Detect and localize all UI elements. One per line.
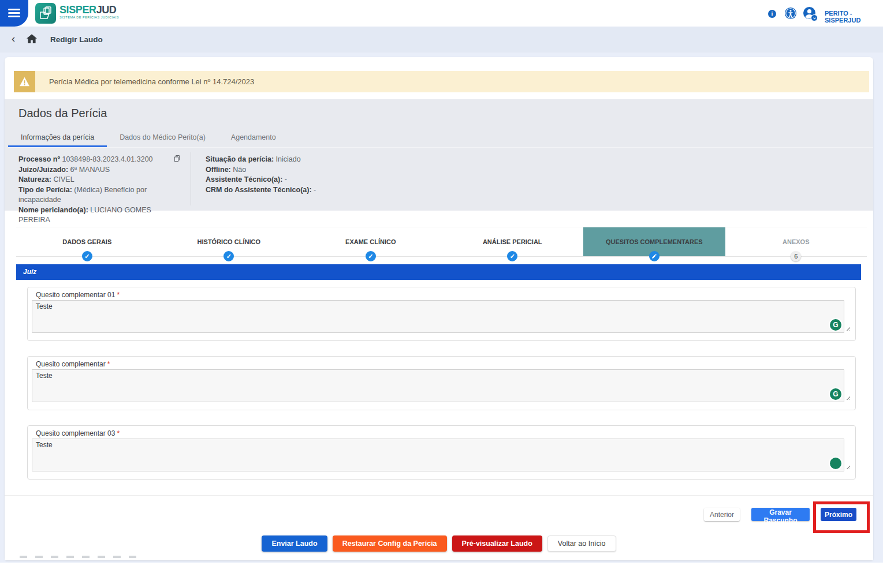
quesito-box-3: Quesito complementar 03* Teste xyxy=(27,425,856,480)
hamburger-bar xyxy=(8,16,20,17)
hamburger-menu-button[interactable] xyxy=(0,0,28,27)
restaurar-config-button[interactable]: Restaurar Config da Perícia xyxy=(333,535,447,552)
previsualizar-laudo-button[interactable]: Pré-visualizar Laudo xyxy=(452,535,542,552)
step-exame-clinico[interactable]: EXAME CLÍNICO ✓ xyxy=(300,227,442,256)
hamburger-bar xyxy=(8,9,20,10)
logo-text-secondary: JUD xyxy=(96,4,117,16)
pericia-info-right-column: Situação da perícia: Iniciado Offline: N… xyxy=(206,155,437,195)
tab-agendamento[interactable]: Agendamento xyxy=(218,129,289,147)
laudo-step-tabs: DADOS GERAIS ✓ HISTÓRICO CLÍNICO ✓ EXAME… xyxy=(16,227,867,257)
home-button[interactable] xyxy=(27,34,37,46)
hamburger-bar xyxy=(8,12,20,14)
step-complete-check-icon: ✓ xyxy=(507,251,517,261)
step-editing-pencil-icon xyxy=(649,251,660,261)
info-field-situacao: Situação da perícia: Iniciado xyxy=(206,155,437,165)
section-title: Dados da Perícia xyxy=(18,107,107,120)
quesito-textarea-2[interactable]: Teste xyxy=(32,369,844,402)
grammarly-icon[interactable]: G xyxy=(830,319,841,331)
quesito-textarea-1[interactable]: Teste xyxy=(32,300,844,333)
app-header: SISPERJUD SISTEMA DE PERÍCIAS JUDICIAIS … xyxy=(0,0,883,27)
pericia-tabs: Informações da perícia Dados do Médico P… xyxy=(8,129,873,148)
step-complete-check-icon: ✓ xyxy=(82,251,92,261)
page-title: Redigir Laudo xyxy=(50,35,103,44)
textarea-resize-handle[interactable] xyxy=(845,464,850,469)
textarea-resize-handle[interactable] xyxy=(845,325,850,331)
gravar-rascunho-button[interactable]: Gravar Rascunho xyxy=(751,508,810,521)
grammarly-icon-loading[interactable] xyxy=(830,458,841,469)
juiz-group-header: Juíz xyxy=(16,264,861,280)
info-field-natureza: Natureza: CIVEL xyxy=(18,175,183,185)
step-analise-pericial[interactable]: ANÁLISE PERICIAL ✓ xyxy=(442,227,584,256)
quesito-label: Quesito complementar 03* xyxy=(36,429,120,437)
warning-message: Perícia Médica por telemedicina conforme… xyxy=(35,77,254,86)
quesito-label: Quesito complementar 01* xyxy=(36,291,120,299)
grammarly-icon[interactable]: G xyxy=(830,388,841,400)
textarea-resize-handle[interactable] xyxy=(845,395,850,400)
info-field-assistente: Assistente Técnico(a): - xyxy=(206,175,437,185)
quesito-box-2: Quesito complementar* Teste G xyxy=(27,356,856,410)
info-field-processo: Processo nº 1038498-83.2023.4.01.3200 xyxy=(18,155,183,165)
voltar-inicio-button[interactable]: Voltar ao Início xyxy=(547,535,616,552)
info-field-tipo-pericia: Tipo de Perícia: (Médica) Benefício por … xyxy=(18,185,183,205)
quesito-box-1: Quesito complementar 01* Teste G xyxy=(27,287,856,341)
info-field-crm-assistente: CRM do Assistente Técnico(a): - xyxy=(206,185,437,196)
tab-informacoes-pericia[interactable]: Informações da perícia xyxy=(8,129,107,147)
warning-triangle-icon xyxy=(19,77,30,87)
anterior-button[interactable]: Anterior xyxy=(704,508,740,521)
step-historico-clinico[interactable]: HISTÓRICO CLÍNICO ✓ xyxy=(158,227,300,256)
info-field-nome-periciando: Nome periciando(a): LUCIANO GOMES PEREIR… xyxy=(18,205,183,226)
column-divider xyxy=(191,152,191,205)
app-logo: SISPERJUD SISTEMA DE PERÍCIAS JUDICIAIS xyxy=(59,5,119,20)
quesito-textarea-3[interactable]: Teste xyxy=(32,439,844,471)
step-count-badge: 6 xyxy=(791,251,801,261)
user-role-label: PERITO - SISPERJUD xyxy=(825,10,883,24)
copy-icon xyxy=(173,154,181,163)
info-icon[interactable]: i xyxy=(768,10,776,18)
enviar-laudo-button[interactable]: Enviar Laudo xyxy=(262,535,327,552)
quesito-label: Quesito complementar* xyxy=(36,360,110,368)
step-complete-check-icon: ✓ xyxy=(223,251,234,261)
required-asterisk: * xyxy=(107,360,110,368)
step-quesitos-complementares[interactable]: QUESITOS COMPLEMENTARES xyxy=(583,227,725,256)
wizard-footer-nav: Anterior Gravar Rascunho Próximo xyxy=(5,495,873,532)
required-asterisk: * xyxy=(117,291,120,299)
warning-icon-box xyxy=(14,71,35,92)
app-window: SISPERJUD SISTEMA DE PERÍCIAS JUDICIAIS … xyxy=(0,0,883,588)
accessibility-icon[interactable] xyxy=(784,7,797,20)
tab-dados-medico-perito[interactable]: Dados do Médico Perito(a) xyxy=(107,129,218,147)
breadcrumb-bar: ‹ Redigir Laudo xyxy=(0,27,883,53)
pericia-info-left-column: Processo nº 1038498-83.2023.4.01.3200 Ju… xyxy=(18,155,183,226)
home-icon xyxy=(27,34,37,44)
warning-banner: Perícia Médica por telemedicina conforme… xyxy=(14,71,869,92)
required-asterisk: * xyxy=(117,429,120,437)
copy-process-number-button[interactable] xyxy=(173,154,181,165)
main-content-card: Perícia Médica por telemedicina conforme… xyxy=(5,57,873,560)
proximo-button[interactable]: Próximo xyxy=(821,508,856,521)
step-dados-gerais[interactable]: DADOS GERAIS ✓ xyxy=(16,227,158,256)
clipped-bottom-content-fragment xyxy=(20,556,138,558)
info-field-offline: Offline: Não xyxy=(206,165,437,175)
user-menu-chevron-icon[interactable] xyxy=(811,14,818,21)
back-button[interactable]: ‹ xyxy=(12,32,15,45)
step-complete-check-icon: ✓ xyxy=(366,251,376,261)
pericia-data-section: Dados da Perícia Informações da perícia … xyxy=(5,99,873,211)
step-anexos[interactable]: ANEXOS 6 xyxy=(725,227,867,256)
logo-text-primary: SISPER xyxy=(59,4,96,16)
documents-folder-icon xyxy=(39,6,53,20)
info-field-juizo: Juízo/Juizado: 6ª MANAUS xyxy=(18,165,183,175)
logo-subtitle: SISTEMA DE PERÍCIAS JUDICIAIS xyxy=(59,16,119,20)
app-logo-icon[interactable] xyxy=(35,3,56,24)
